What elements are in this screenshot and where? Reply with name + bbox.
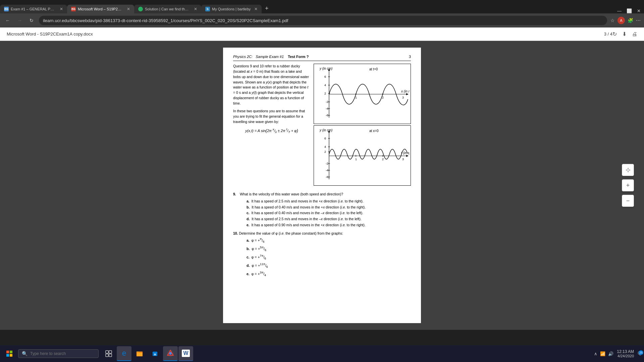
search-input[interactable] <box>30 351 95 356</box>
tab4-favicon: b <box>205 7 210 11</box>
svg-rect-54 <box>106 354 108 357</box>
settings-icon[interactable]: ⋯ <box>636 18 641 23</box>
tab2-favicon: Bb <box>71 7 76 11</box>
svg-rect-48 <box>6 351 9 353</box>
notification-icon[interactable]: 🗨 25 <box>637 351 642 356</box>
q10-choice-b: b. φ = +5π/6 <box>247 245 411 252</box>
graph1-svg: y (in cm) at t=0 x (in m) 6 <box>316 66 410 123</box>
minimize-button[interactable]: — <box>617 8 622 13</box>
tab3-close[interactable]: ✕ <box>194 7 197 11</box>
tab1-favicon: Bb <box>4 7 9 11</box>
tray-icons: ∧ 📶 🔊 <box>594 351 613 356</box>
svg-text:-6: -6 <box>326 114 328 117</box>
q10-number: 10. <box>233 231 238 235</box>
svg-text:-4: -4 <box>326 107 328 110</box>
browser-window: Bb Exam #1 – GENERAL PHYSICS 00 ✕ Bb Mic… <box>0 0 644 362</box>
right-graphs: y (in cm) at t=0 x (in m) 6 <box>314 64 411 187</box>
word-app[interactable]: W <box>178 346 193 361</box>
fit-page-button[interactable]: ⊹ <box>622 164 634 176</box>
tab4-close[interactable]: ✕ <box>254 7 258 11</box>
tab1-close[interactable]: ✕ <box>60 7 63 11</box>
tab2-close[interactable]: ✕ <box>127 7 130 11</box>
doc-title: Microsoft Word - S19P2CExam1A copy.docx <box>7 32 604 37</box>
forward-button[interactable]: → <box>15 17 24 24</box>
svg-text:2: 2 <box>382 96 384 99</box>
viewer-area: Physics 2C: Sample Exam #1 Test Form ? 3… <box>0 41 644 330</box>
q9-choice-e: e. It has a speed of 0.90 m/s and moves … <box>247 223 411 228</box>
svg-text:at  t=0: at t=0 <box>369 67 378 71</box>
graph2-svg: y (in cm) at x=0 t (in s) 6 <box>316 127 410 184</box>
tab-bartleby[interactable]: b My Questions | bartleby ✕ <box>201 5 262 13</box>
svg-text:4: 4 <box>324 83 326 87</box>
svg-rect-55 <box>109 354 112 357</box>
reload-doc-icon[interactable]: ↻ <box>612 31 617 37</box>
header-center: Test Form ? <box>284 54 309 59</box>
q9-choice-c: c. It has a speed of 0.40 m/s and moves … <box>247 210 411 216</box>
network-icon[interactable]: 📶 <box>600 351 605 356</box>
q9-choice-d: d. It has a speed of 2.5 m/s and moves i… <box>247 217 411 222</box>
search-icon: 🔍 <box>22 351 28 356</box>
svg-rect-53 <box>109 351 112 353</box>
svg-text:at  x=0: at x=0 <box>369 129 379 133</box>
doc-header: Microsoft Word - S19P2CExam1A copy.docx … <box>0 27 644 41</box>
header-right: 3 <box>409 54 411 59</box>
taskbar-apps: e ⊞ <box>101 346 193 361</box>
edge-app[interactable]: e <box>117 346 131 361</box>
bookmark-icon[interactable]: ☆ <box>610 18 615 23</box>
q10-choice-c: c. φ = +7π/6 <box>247 254 411 260</box>
tab3-title: Solution | Can we find the veloci <box>145 7 191 11</box>
q10-choice-e: e. φ = +3π/4 <box>247 270 411 277</box>
refresh-button[interactable]: ↻ <box>28 17 36 24</box>
print-doc-icon[interactable]: 🖨 <box>632 31 637 37</box>
chrome-app[interactable] <box>163 346 178 361</box>
start-button[interactable] <box>2 346 17 361</box>
explorer-app[interactable] <box>132 346 147 361</box>
svg-text:2: 2 <box>382 158 384 161</box>
tab-word[interactable]: Bb Microsoft Word – S19P2CExam1/ ✕ <box>67 5 134 13</box>
q9-choices: a. It has a speed of 2.5 m/s and moves i… <box>247 199 411 227</box>
search-bar[interactable]: 🔍 <box>18 349 99 358</box>
tab-exam1[interactable]: Bb Exam #1 – GENERAL PHYSICS 00 ✕ <box>0 5 67 13</box>
svg-text:-2: -2 <box>326 100 328 104</box>
extensions-icon[interactable]: 🧩 <box>628 18 633 23</box>
back-button[interactable]: ← <box>3 17 12 24</box>
svg-rect-50 <box>6 354 9 357</box>
graph1-box: y (in cm) at t=0 x (in m) 6 <box>314 64 411 124</box>
download-doc-icon[interactable]: ⬇ <box>622 31 627 37</box>
zoom-out-button[interactable]: − <box>622 195 634 207</box>
store-app[interactable]: ⊞ <box>148 346 162 361</box>
address-icons: ☆ A 🧩 ⋯ <box>610 17 641 24</box>
system-tray: ∧ 📶 🔊 12:13 AM 4/24/2020 🗨 25 <box>594 349 642 358</box>
notification-badge: 25 <box>639 350 643 355</box>
svg-text:1: 1 <box>355 158 357 161</box>
tab3-favicon <box>138 7 143 11</box>
tab-solution[interactable]: Solution | Can we find the veloci ✕ <box>134 5 201 13</box>
restore-button[interactable]: ⬜ <box>627 8 632 13</box>
profile-icon[interactable]: A <box>618 17 625 24</box>
question-10: 10. Determine the value of φ (i.e. the p… <box>233 231 411 236</box>
zoom-in-button[interactable]: + <box>622 179 634 191</box>
close-button[interactable]: ✕ <box>637 8 641 13</box>
new-tab-button[interactable]: + <box>262 4 272 13</box>
svg-text:-2: -2 <box>326 162 328 165</box>
clock-date: 4/24/2020 <box>617 354 634 358</box>
tab-bar: Bb Exam #1 – GENERAL PHYSICS 00 ✕ Bb Mic… <box>0 0 644 13</box>
taskbar: 🔍 e <box>0 345 644 362</box>
left-text: Questions 9 and 10 refer to a rubber duc… <box>233 64 310 187</box>
taskview-button[interactable] <box>101 346 116 361</box>
equation-display: y(x,t) = A sin(2π x/λ ± 2π t/T + φ) <box>233 127 310 135</box>
svg-text:1: 1 <box>355 96 357 99</box>
q10-choice-d: d. φ = +11π/6 <box>247 262 411 269</box>
clock[interactable]: 12:13 AM 4/24/2020 <box>617 349 634 358</box>
address-input[interactable] <box>39 16 607 25</box>
svg-text:2: 2 <box>324 150 326 154</box>
clock-time: 12:13 AM <box>617 349 634 354</box>
svg-text:x (in m): x (in m) <box>401 89 410 93</box>
svg-text:6: 6 <box>324 75 326 78</box>
q10-choices: a. φ = +π/6 b. φ = +5π/6 c. φ = +7π/6 d.… <box>247 237 411 277</box>
volume-icon[interactable]: 🔊 <box>608 351 613 356</box>
q9-choice-b: b. It has a speed of 0.40 m/s and moves … <box>247 205 411 210</box>
header-left: Physics 2C: Sample Exam #1 <box>233 54 284 59</box>
float-buttons: ⊹ + − <box>622 164 634 207</box>
tray-expand[interactable]: ∧ <box>594 351 597 356</box>
